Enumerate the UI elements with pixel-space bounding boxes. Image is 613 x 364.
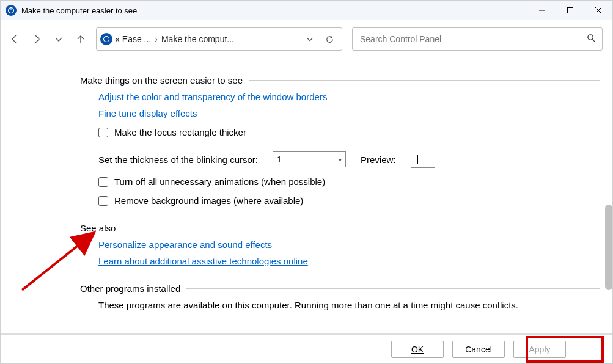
checkbox-animations-label: Turn off all unnecessary animations (whe… bbox=[114, 177, 325, 187]
content-pane: Make things on the screen easier to see … bbox=[1, 58, 612, 333]
other-programs-desc: These programs are available on this com… bbox=[98, 300, 600, 310]
section-easier-title: Make things on the screen easier to see bbox=[80, 75, 243, 86]
section-easier-header: Make things on the screen easier to see bbox=[80, 75, 600, 86]
back-button[interactable] bbox=[4, 29, 25, 49]
section-other-header: Other programs installed bbox=[80, 283, 600, 294]
section-seealso-header: See also bbox=[80, 223, 600, 233]
recent-dropdown-button[interactable] bbox=[48, 29, 69, 49]
refresh-button[interactable] bbox=[321, 35, 338, 44]
section-other-title: Other programs installed bbox=[80, 283, 180, 294]
svg-rect-1 bbox=[568, 8, 573, 13]
breadcrumb-item-current[interactable]: Make the comput... bbox=[161, 34, 234, 44]
breadcrumb-prefix: « bbox=[115, 34, 120, 44]
breadcrumb-item-ease[interactable]: Ease ... bbox=[122, 34, 151, 44]
checkbox-turn-off-animations[interactable] bbox=[98, 177, 108, 187]
footer: OK Cancel Apply bbox=[1, 333, 612, 363]
app-icon bbox=[6, 5, 17, 16]
window-title: Make the computer easier to see bbox=[21, 6, 528, 15]
chevron-down-icon: ▾ bbox=[339, 156, 342, 163]
scrollbar-thumb[interactable] bbox=[605, 205, 612, 290]
cursor-thickness-label: Set the thickness of the blinking cursor… bbox=[98, 155, 258, 165]
address-bar[interactable]: « Ease ... › Make the comput... bbox=[96, 27, 342, 51]
caret-icon bbox=[417, 155, 418, 164]
checkbox-background-label: Remove background images (where availabl… bbox=[114, 195, 303, 206]
section-seealso-title: See also bbox=[80, 223, 116, 233]
cursor-thickness-value: 1 bbox=[277, 155, 282, 164]
ok-button[interactable]: OK bbox=[391, 341, 444, 358]
checkbox-focus-label: Make the focus rectangle thicker bbox=[114, 127, 246, 137]
title-bar: Make the computer easier to see bbox=[1, 1, 612, 20]
preview-label: Preview: bbox=[361, 155, 396, 165]
checkbox-focus-rectangle[interactable] bbox=[98, 128, 108, 137]
control-panel-icon bbox=[100, 33, 112, 45]
search-icon[interactable] bbox=[587, 34, 596, 45]
toolbar: « Ease ... › Make the comput... bbox=[1, 20, 612, 58]
search-box[interactable] bbox=[352, 27, 603, 51]
cursor-preview bbox=[411, 151, 435, 168]
maximize-button[interactable] bbox=[556, 1, 584, 20]
breadcrumb-separator: › bbox=[153, 34, 159, 44]
link-assistive-tech[interactable]: Learn about additional assistive technol… bbox=[98, 256, 600, 266]
close-button[interactable] bbox=[584, 1, 612, 20]
link-personalize[interactable]: Personalize appearance and sound effects bbox=[98, 239, 600, 250]
svg-point-2 bbox=[104, 37, 109, 42]
forward-button[interactable] bbox=[26, 29, 47, 49]
address-dropdown-button[interactable] bbox=[301, 35, 318, 43]
checkbox-remove-background[interactable] bbox=[98, 196, 108, 206]
cancel-button[interactable]: Cancel bbox=[452, 341, 505, 358]
svg-point-3 bbox=[588, 35, 593, 40]
cursor-thickness-combo[interactable]: 1 ▾ bbox=[273, 151, 346, 167]
link-adjust-color[interactable]: Adjust the color and transparency of the… bbox=[98, 92, 600, 102]
apply-button[interactable]: Apply bbox=[513, 341, 566, 358]
minimize-button[interactable] bbox=[528, 1, 556, 20]
search-input[interactable] bbox=[359, 34, 587, 45]
link-fine-tune[interactable]: Fine tune display effects bbox=[98, 108, 600, 118]
up-button[interactable] bbox=[70, 29, 91, 49]
